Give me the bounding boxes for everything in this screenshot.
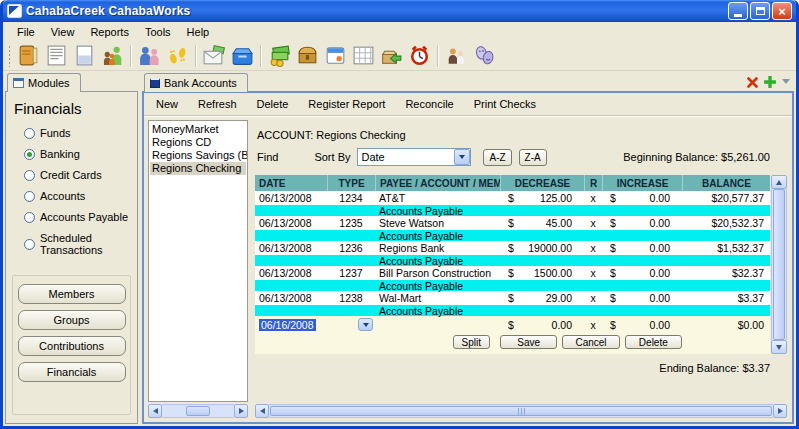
increase-input[interactable]: $0.00 — [602, 319, 682, 331]
sidebar-nav-button[interactable]: Members — [18, 284, 126, 304]
alarm-clock-icon[interactable] — [405, 43, 433, 69]
close-button[interactable]: × — [772, 2, 792, 20]
people-icon[interactable] — [135, 43, 163, 69]
module-option[interactable]: Accounts Payable — [24, 211, 131, 223]
sort-descending-button[interactable]: Z-A — [519, 149, 547, 166]
sidebar-heading: Financials — [14, 100, 129, 117]
register-hscrollbar[interactable] — [255, 404, 787, 418]
footprints-icon[interactable] — [163, 43, 191, 69]
module-option[interactable]: Credit Cards — [24, 169, 131, 181]
scroll-left-icon[interactable] — [148, 404, 162, 418]
menu-item[interactable]: Help — [179, 24, 218, 40]
row-memo: Accounts Payable — [375, 255, 500, 267]
action-menu-item[interactable]: Refresh — [198, 98, 237, 110]
sort-by-dropdown[interactable]: Date — [357, 148, 471, 166]
grid-icon[interactable] — [349, 43, 377, 69]
document-icon[interactable] — [70, 43, 98, 69]
sidebar-nav-button[interactable]: Contributions — [18, 336, 126, 356]
save-button[interactable]: Save — [500, 335, 557, 349]
register-row[interactable]: 06/13/2008 1238 Wal-Mart $29.00 x $0.00 … — [255, 291, 770, 316]
menu-item[interactable]: View — [43, 24, 83, 40]
add-tab-icon[interactable] — [764, 76, 776, 88]
masks-icon[interactable] — [470, 43, 498, 69]
col-balance: BALANCE — [682, 175, 770, 191]
menu-item[interactable]: Tools — [137, 24, 179, 40]
account-list-item[interactable]: Regions Savings (Bldg) — [150, 149, 246, 162]
menu-bar: File View Reports Tools Help — [3, 22, 796, 41]
account-list-item[interactable]: MoneyMarket — [150, 123, 246, 136]
scrollbar-thumb[interactable] — [773, 189, 785, 340]
account-list-item[interactable]: Regions Checking — [150, 162, 246, 175]
cancel-button[interactable]: Cancel — [562, 335, 619, 349]
family-icon[interactable] — [98, 43, 126, 69]
register-action-bar: New Refresh Delete Register Report Recon… — [144, 93, 792, 116]
register-row[interactable]: 06/13/2008 1237 Bill Parson Construction… — [255, 266, 770, 291]
scrollbar-thumb[interactable] — [270, 406, 772, 416]
row-reconciled: x — [584, 217, 602, 229]
delete-button[interactable]: Delete — [625, 335, 682, 349]
module-option[interactable]: Accounts — [24, 190, 131, 202]
deposit-box-icon[interactable] — [228, 43, 256, 69]
scroll-left-icon[interactable] — [255, 404, 269, 418]
tab-overflow-chevron-icon[interactable] — [782, 79, 790, 84]
row-type: 1238 — [327, 292, 375, 304]
col-increase: INCREASE — [602, 175, 682, 191]
close-tab-icon[interactable] — [747, 77, 758, 88]
action-menu-item[interactable]: Print Checks — [474, 98, 536, 110]
scroll-up-icon[interactable] — [771, 175, 787, 189]
modules-tab-label: Modules — [28, 77, 70, 89]
radio-icon — [24, 128, 35, 139]
payment-card-icon[interactable] — [321, 43, 349, 69]
export-box-icon[interactable] — [377, 43, 405, 69]
action-menu-item[interactable]: Register Report — [308, 98, 385, 110]
module-option-label: Accounts — [40, 190, 85, 202]
treasure-chest-icon[interactable] — [293, 43, 321, 69]
decrease-input[interactable]: $0.00 — [500, 319, 584, 331]
sort-ascending-button[interactable]: A-Z — [483, 149, 511, 166]
tab-bank-accounts[interactable]: Bank Accounts — [144, 73, 248, 92]
type-dropdown-icon[interactable] — [358, 318, 373, 331]
action-menu-item[interactable]: New — [156, 98, 178, 110]
account-list-hscrollbar[interactable] — [148, 404, 248, 418]
register-row[interactable]: 06/13/2008 1236 Regions Bank $19000.00 x… — [255, 241, 770, 266]
account-list-pane: MoneyMarket Regions CD Regions Savings (… — [148, 120, 248, 418]
split-button[interactable]: Split — [453, 335, 490, 349]
sidebar-nav-button[interactable]: Groups — [18, 310, 126, 330]
scrollbar-thumb[interactable] — [186, 406, 210, 416]
minimize-button[interactable] — [728, 2, 748, 20]
tab-modules[interactable]: Modules — [7, 73, 81, 92]
toolbar-grip[interactable] — [8, 45, 11, 67]
staff-icon[interactable] — [442, 43, 470, 69]
maximize-icon — [756, 7, 765, 15]
register-row[interactable]: 06/13/2008 1234 AT&T $125.00 x $0.00 $20… — [255, 191, 770, 216]
menu-item[interactable]: Reports — [82, 24, 137, 40]
maximize-button[interactable] — [750, 2, 770, 20]
money-icon[interactable] — [265, 43, 293, 69]
find-label: Find — [257, 151, 278, 163]
contribution-mail-icon[interactable] — [200, 43, 228, 69]
notes-icon[interactable] — [42, 43, 70, 69]
action-menu-item[interactable]: Delete — [257, 98, 289, 110]
register-vscrollbar[interactable] — [771, 175, 787, 354]
module-option-label: Scheduled Transactions — [40, 232, 131, 256]
date-input[interactable]: 06/16/2008 — [259, 319, 316, 331]
register-row[interactable]: 06/13/2008 1235 Steve Watson $45.00 x $0… — [255, 216, 770, 241]
module-option[interactable]: Scheduled Transactions — [24, 232, 131, 256]
reconciled-flag[interactable]: x — [584, 319, 602, 331]
module-option[interactable]: Banking — [24, 148, 131, 160]
action-menu-item[interactable]: Reconcile — [405, 98, 453, 110]
scroll-right-icon[interactable] — [234, 404, 248, 418]
col-payee: PAYEE / ACCOUNT / MEMO — [375, 175, 500, 191]
address-book-icon[interactable] — [14, 43, 42, 69]
title-bar[interactable]: CahabaCreek CahabaWorks × — [3, 0, 796, 22]
menu-item[interactable]: File — [9, 24, 43, 40]
sidebar-nav-button[interactable]: Financials — [18, 362, 126, 382]
register-table: DATE TYPE PAYEE / ACCOUNT / MEMO DECREAS… — [255, 175, 787, 354]
row-payee: Bill Parson Construction — [375, 267, 500, 279]
row-increase: $0.00 — [602, 292, 682, 304]
scroll-right-icon[interactable] — [773, 404, 787, 418]
module-option[interactable]: Funds — [24, 127, 131, 139]
chevron-down-icon[interactable] — [454, 149, 470, 165]
account-list-item[interactable]: Regions CD — [150, 136, 246, 149]
scroll-down-icon[interactable] — [771, 340, 787, 354]
